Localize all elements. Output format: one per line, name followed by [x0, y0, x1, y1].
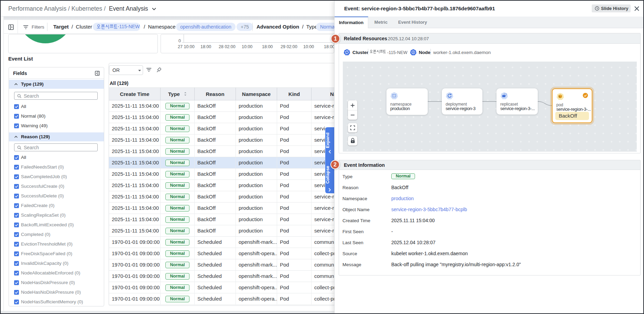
svg-text:-115-NEW: -115-NEW	[387, 50, 408, 55]
